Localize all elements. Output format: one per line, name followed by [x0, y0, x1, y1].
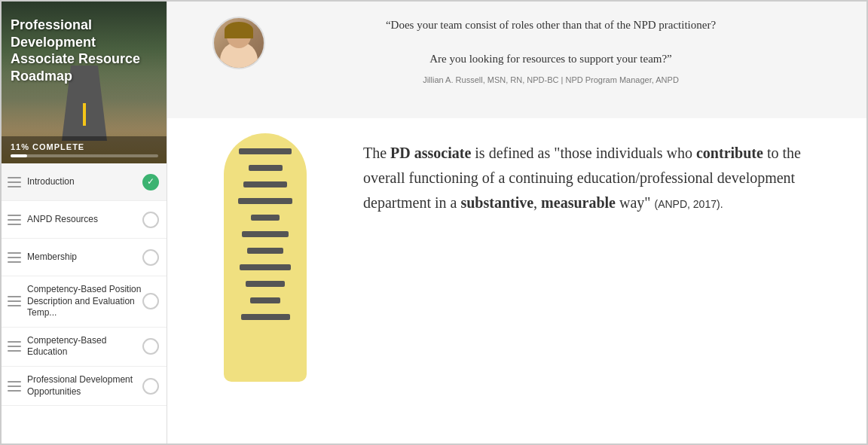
completion-check: [142, 293, 159, 309]
completion-check: ✓: [142, 174, 159, 190]
progress-section: 11% COMPLETE: [2, 136, 167, 163]
menu-icon: [8, 252, 21, 263]
sidebar-nav: Introduction ✓ ANPD Resources Membership…: [2, 163, 167, 445]
avatar: [212, 17, 265, 69]
sidebar-item-competency-position[interactable]: Competency-Based Position Description an…: [2, 276, 167, 328]
menu-icon: [8, 341, 21, 352]
thermo-bar-5: [251, 215, 280, 221]
menu-icon: [8, 215, 21, 225]
road-line-decoration: [83, 103, 86, 126]
menu-icon: [8, 381, 21, 392]
sidebar-item-competency-education[interactable]: Competency-Based Education: [2, 328, 167, 367]
sidebar-item-label: Competency-Based Position Description an…: [27, 284, 142, 319]
sidebar-item-professional-dev[interactable]: Professional Development Opportunities: [2, 367, 167, 406]
sidebar-item-label: Membership: [27, 251, 142, 264]
thermo-bar-4: [238, 198, 292, 204]
quote-line1: “Does your team consist of roles other t…: [386, 19, 716, 31]
bold-substantive: substantive: [460, 194, 533, 211]
progress-label: 11% COMPLETE: [11, 142, 158, 151]
sidebar-item-label: Competency-Based Education: [27, 335, 142, 358]
thermo-bar-6: [242, 231, 289, 237]
bold-contribute: contribute: [696, 145, 763, 161]
avatar-hair: [225, 22, 253, 38]
completion-check: [142, 249, 159, 266]
thermo-bar-11: [241, 314, 290, 320]
thermo-bar-1: [239, 148, 292, 154]
quote-attribution: Jillian A. Russell, MSN, RN, NPD-BC | NP…: [280, 75, 821, 84]
thermo-bar-2: [249, 165, 283, 171]
completion-check: [142, 212, 159, 228]
citation: (ANPD, 2017).: [654, 198, 723, 210]
menu-icon: [8, 177, 21, 187]
menu-icon: [8, 296, 21, 306]
thermo-bar-8: [240, 264, 291, 270]
main-text-content: The PD associate is defined as "those in…: [333, 133, 836, 428]
sidebar: Professional Development Associate Resou…: [2, 2, 167, 445]
quote-banner: “Does your team consist of roles other t…: [167, 2, 866, 118]
thermometer-graphic: [224, 133, 307, 382]
sidebar-item-label: Introduction: [27, 176, 142, 188]
quote-main-text: “Does your team consist of roles other t…: [280, 17, 821, 68]
sidebar-hero: Professional Development Associate Resou…: [2, 2, 167, 163]
thermometer-container: [197, 133, 333, 428]
main-content: “Does your team consist of roles other t…: [167, 2, 866, 443]
sidebar-item-label: Professional Development Opportunities: [27, 374, 142, 398]
sidebar-item-label: ANPD Resources: [27, 214, 142, 226]
sidebar-item-membership[interactable]: Membership: [2, 239, 167, 276]
definition-paragraph: The PD associate is defined as "those in…: [363, 141, 836, 215]
progress-fill: [11, 154, 27, 157]
thermo-bar-3: [243, 181, 287, 187]
thermo-bar-9: [246, 281, 285, 287]
sidebar-item-introduction[interactable]: Introduction ✓: [2, 163, 167, 201]
bold-pd-associate: PD associate: [390, 145, 471, 161]
sidebar-title: Professional Development Associate Resou…: [11, 17, 158, 84]
bold-measurable: measurable: [541, 194, 616, 211]
thermo-bar-7: [247, 248, 283, 254]
completion-check: [142, 378, 159, 395]
thermo-bar-10: [250, 297, 280, 303]
quote-text-block: “Does your team consist of roles other t…: [280, 17, 821, 84]
progress-track: [11, 154, 158, 157]
sidebar-item-anpd-resources[interactable]: ANPD Resources: [2, 201, 167, 239]
completion-check: [142, 338, 159, 355]
content-body: The PD associate is defined as "those in…: [167, 118, 866, 443]
quote-line2: Are you looking for resources to support…: [429, 53, 672, 65]
